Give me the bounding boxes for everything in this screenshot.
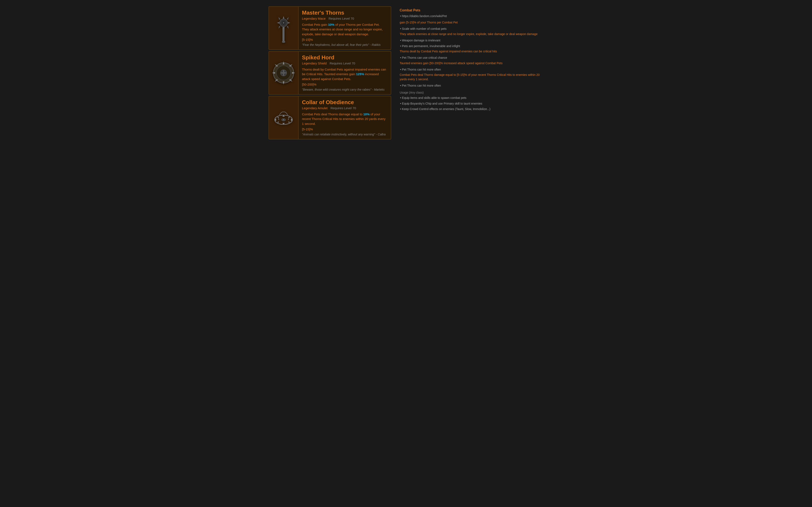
item-range: [5-15]% xyxy=(302,38,388,41)
item-flavor: "Animals can retaliate instinctively, wi… xyxy=(302,133,388,136)
sidebar-title: Combat Pets xyxy=(400,8,544,12)
item-card-masters-thorns: Master's ThornsLegendary MaceRequires Le… xyxy=(268,6,391,50)
sidebar-bullet-6: • Pet Thorns can use critical chance xyxy=(400,55,544,60)
sidebar-highlight-7: Taunted enemies gain [50-200]% increased… xyxy=(400,61,544,65)
item-desc: Combat Pets deal Thorns damage equal to … xyxy=(302,112,388,126)
item-flavor: "Beware, those wild creatures might carr… xyxy=(302,88,388,91)
items-panel: Master's ThornsLegendary MaceRequires Le… xyxy=(268,6,391,139)
svg-marker-6 xyxy=(277,22,280,24)
svg-marker-40 xyxy=(288,117,290,118)
sidebar-highlight-9: Combat Pets deal Thorns damage equal to … xyxy=(400,73,544,81)
svg-marker-11 xyxy=(287,26,289,29)
item-type: Legendary Amulet xyxy=(302,106,327,110)
item-desc-highlight: 10% xyxy=(363,112,370,116)
svg-marker-47 xyxy=(288,118,289,120)
item-range: [5-15]% xyxy=(302,127,388,131)
item-image-masters-thorns xyxy=(269,7,299,49)
item-subtitle: Legendary ShieldRequires Level 70 xyxy=(302,61,388,65)
sidebar-bullet-13: • Equip Boyarsky's Chip and use Primary … xyxy=(400,101,544,106)
svg-point-13 xyxy=(283,22,285,24)
svg-point-14 xyxy=(282,41,285,43)
sidebar-bullet-4: • Pets are permanent, invulnerable and i… xyxy=(400,44,544,48)
item-desc: Thorns dealt by Combat Pets against impa… xyxy=(302,67,388,81)
sidebar-usage-title: Usage (Any class) xyxy=(400,91,544,94)
item-title: Collar of Obedience xyxy=(302,99,388,105)
item-image-spiked-hord xyxy=(269,52,299,94)
item-subtitle: Legendary MaceRequires Level 70 xyxy=(302,17,388,20)
page-container: Master's ThornsLegendary MaceRequires Le… xyxy=(268,6,544,139)
sidebar-bullet-10: • Pet Thorns can hit more often xyxy=(400,83,544,88)
item-content-spiked-hord: Spiked HordLegendary ShieldRequires Leve… xyxy=(299,52,391,94)
item-range: [50-200]% xyxy=(302,82,388,86)
svg-marker-46 xyxy=(278,118,280,120)
item-content-collar-of-obedience: Collar of ObedienceLegendary AmuletRequi… xyxy=(299,96,391,139)
item-desc-highlight: 125% xyxy=(356,72,364,76)
item-type: Legendary Shield xyxy=(302,61,327,65)
item-card-spiked-hord: Spiked HordLegendary ShieldRequires Leve… xyxy=(268,51,391,95)
sidebar-bullet-3: • Weapon damage is irrelevant xyxy=(400,38,544,43)
svg-marker-9 xyxy=(287,17,289,20)
item-title: Master's Thorns xyxy=(302,10,388,16)
item-subtitle: Legendary AmuletRequires Level 70 xyxy=(302,106,388,110)
svg-marker-41 xyxy=(277,121,279,123)
info-panel: Combat Pets• https://diablo.fandom.com/w… xyxy=(398,6,544,139)
svg-marker-39 xyxy=(277,117,279,118)
item-title: Spiked Hord xyxy=(302,55,388,61)
sidebar-bullet-8: • Pet Thorns can hit more often xyxy=(400,67,544,72)
sidebar-bullet-14: • Keep Crowd Control effects on enemies … xyxy=(400,107,544,111)
svg-marker-8 xyxy=(278,17,281,20)
item-desc-highlight: 10% xyxy=(328,23,334,26)
svg-rect-33 xyxy=(281,72,287,73)
sidebar-highlight-0: gain [5-15]% of your Thorns per Combat P… xyxy=(400,20,544,25)
item-content-masters-thorns: Master's ThornsLegendary MaceRequires Le… xyxy=(299,7,391,49)
item-image-collar-of-obedience xyxy=(269,96,299,139)
svg-marker-10 xyxy=(278,26,281,29)
svg-marker-7 xyxy=(288,22,290,24)
sidebar-highlight-5: Thorns dealt by Combat Pets against impa… xyxy=(400,49,544,54)
sidebar-link: • https://diablo.fandom.com/wiki/Pet xyxy=(400,14,544,18)
sidebar-bullet-12: • Equip items and skills able to spawn c… xyxy=(400,96,544,100)
item-level: Requires Level 70 xyxy=(328,17,354,20)
svg-marker-42 xyxy=(288,121,290,123)
svg-point-45 xyxy=(283,119,284,120)
item-level: Requires Level 70 xyxy=(329,61,355,65)
item-desc: Combat Pets gain 10% of your Thorns per … xyxy=(302,22,388,37)
item-flavor: "Fear the Nephalems, but above all, fear… xyxy=(302,43,388,47)
item-level: Requires Level 70 xyxy=(331,106,356,110)
svg-marker-4 xyxy=(283,16,285,18)
item-card-collar-of-obedience: Collar of ObedienceLegendary AmuletRequi… xyxy=(268,96,391,139)
sidebar-highlight-2: They attack enemies at close range and n… xyxy=(400,32,544,36)
sidebar-bullet-1: • Scale with number of combat pets xyxy=(400,26,544,31)
item-type: Legendary Mace xyxy=(302,17,326,20)
